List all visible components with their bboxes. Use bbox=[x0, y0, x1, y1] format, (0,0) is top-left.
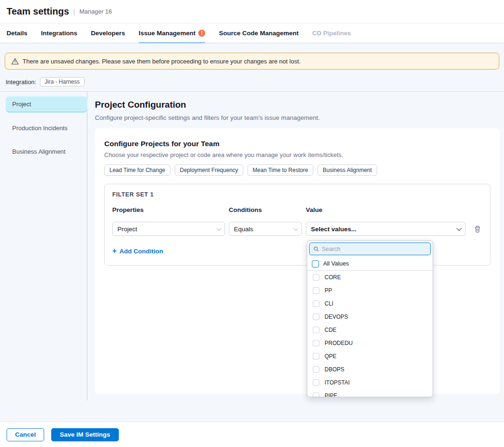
option-cli[interactable]: CLI bbox=[307, 297, 433, 310]
configure-projects-card: Configure Projects for your Team Choose … bbox=[95, 128, 500, 394]
conditions-column-label: Conditions bbox=[229, 206, 302, 213]
cancel-button[interactable]: Cancel bbox=[7, 428, 44, 441]
property-select[interactable]: Project bbox=[112, 222, 225, 236]
content-area: There are unsaved changes. Please save t… bbox=[0, 43, 504, 422]
tab-bar: Details Integrations Developers Issue Ma… bbox=[0, 24, 504, 43]
checkbox[interactable] bbox=[313, 287, 319, 294]
option-devops[interactable]: DEVOPS bbox=[307, 310, 433, 323]
footer-actions: Cancel Save IM Settings bbox=[0, 422, 504, 447]
delete-filter-button[interactable] bbox=[474, 225, 481, 233]
checkbox[interactable] bbox=[313, 314, 319, 320]
sidebar-item-project[interactable]: Project bbox=[6, 96, 87, 112]
checkbox[interactable] bbox=[313, 366, 319, 373]
banner-text: There are unsaved changes. Please save t… bbox=[23, 58, 301, 65]
tab-issue-management[interactable]: Issue Management ! bbox=[139, 24, 205, 43]
search-icon bbox=[313, 246, 319, 252]
chevron-down-icon bbox=[457, 226, 462, 231]
metric-chips: Lead Time for Change Deployment Frequenc… bbox=[104, 165, 490, 176]
option-core[interactable]: CORE bbox=[307, 271, 433, 284]
tab-integrations[interactable]: Integrations bbox=[41, 24, 77, 43]
chevron-down-icon bbox=[217, 226, 221, 231]
integration-row: Integration: Jira - Harness bbox=[6, 77, 504, 86]
trash-icon bbox=[474, 225, 481, 233]
plus-icon: + bbox=[112, 247, 116, 255]
value-dropdown-panel: All Values CORE PP CLI DEVOPS CDE PRODED… bbox=[307, 240, 433, 397]
condition-select[interactable]: Equals bbox=[229, 222, 302, 236]
section-title: Project Configuration bbox=[95, 100, 500, 110]
checkbox[interactable] bbox=[313, 379, 319, 386]
all-values-checkbox[interactable] bbox=[312, 260, 319, 267]
properties-column-label: Properties bbox=[112, 206, 225, 213]
section-subtitle: Configure project-specific settings and … bbox=[95, 114, 500, 121]
chip-deployment-frequency[interactable]: Deployment Frequency bbox=[175, 165, 243, 176]
filter-set-title: FILTER SET 1 bbox=[112, 191, 482, 198]
integration-chip[interactable]: Jira - Harness bbox=[40, 77, 85, 86]
unsaved-alert-badge-icon: ! bbox=[198, 30, 205, 37]
checkbox[interactable] bbox=[313, 340, 319, 346]
warning-icon bbox=[11, 58, 19, 65]
chip-mean-time-to-restore[interactable]: Mean Time to Restore bbox=[248, 165, 313, 176]
option-itopstai[interactable]: ITOPSTAI bbox=[307, 376, 433, 389]
sidebar-item-business-alignment[interactable]: Business Alignment bbox=[6, 143, 87, 159]
save-im-settings-button[interactable]: Save IM Settings bbox=[51, 428, 118, 441]
value-column-label: Value bbox=[306, 206, 465, 213]
chevron-down-icon bbox=[294, 226, 298, 231]
filter-column-labels: Properties Conditions Value bbox=[112, 206, 482, 213]
all-values-option[interactable]: All Values bbox=[307, 257, 433, 270]
search-input[interactable] bbox=[322, 246, 426, 252]
option-cde[interactable]: CDE bbox=[307, 323, 433, 337]
title-divider: | bbox=[73, 8, 75, 16]
checkbox[interactable] bbox=[313, 274, 319, 281]
unsaved-changes-banner: There are unsaved changes. Please save t… bbox=[5, 53, 499, 70]
page-header: Team settings | Manager 16 bbox=[0, 0, 504, 24]
dropdown-search[interactable] bbox=[309, 243, 431, 255]
card-subtitle: Choose your respective project or code a… bbox=[104, 151, 490, 158]
checkbox[interactable] bbox=[313, 300, 319, 307]
option-qpe[interactable]: QPE bbox=[307, 350, 433, 363]
tab-source-code-management[interactable]: Source Code Management bbox=[219, 24, 299, 43]
tab-developers[interactable]: Developers bbox=[91, 24, 125, 43]
tab-cd-pipelines: CD Pipelines bbox=[312, 24, 351, 43]
value-multiselect[interactable]: Select values... bbox=[306, 222, 465, 236]
page-title: Team settings bbox=[7, 6, 69, 17]
chip-business-alignment[interactable]: Business Alignment bbox=[318, 165, 377, 176]
page-subtitle: Manager 16 bbox=[79, 8, 112, 15]
tab-details[interactable]: Details bbox=[7, 24, 27, 43]
checkbox[interactable] bbox=[313, 327, 319, 333]
integration-label: Integration: bbox=[6, 78, 36, 86]
checkbox[interactable] bbox=[313, 392, 319, 397]
filter-row: Project Equals Select values... bbox=[112, 222, 482, 236]
option-dbops[interactable]: DBOPS bbox=[307, 363, 433, 376]
option-prodedu[interactable]: PRODEDU bbox=[307, 337, 433, 350]
add-condition-button[interactable]: + Add Condition bbox=[112, 247, 163, 255]
chip-lead-time-for-change[interactable]: Lead Time for Change bbox=[104, 165, 171, 176]
card-title: Configure Projects for your Team bbox=[104, 140, 490, 148]
checkbox[interactable] bbox=[313, 353, 319, 360]
option-pp[interactable]: PP bbox=[307, 284, 433, 297]
option-pipe[interactable]: PIPE bbox=[307, 389, 433, 397]
main-panel: Project Configuration Configure project-… bbox=[87, 92, 504, 400]
filter-set-1: FILTER SET 1 Properties Conditions Value… bbox=[104, 184, 490, 266]
sidebar-item-production-incidents[interactable]: Production Incidents bbox=[6, 120, 87, 136]
settings-sidebar: Project Production Incidents Business Al… bbox=[0, 92, 87, 400]
